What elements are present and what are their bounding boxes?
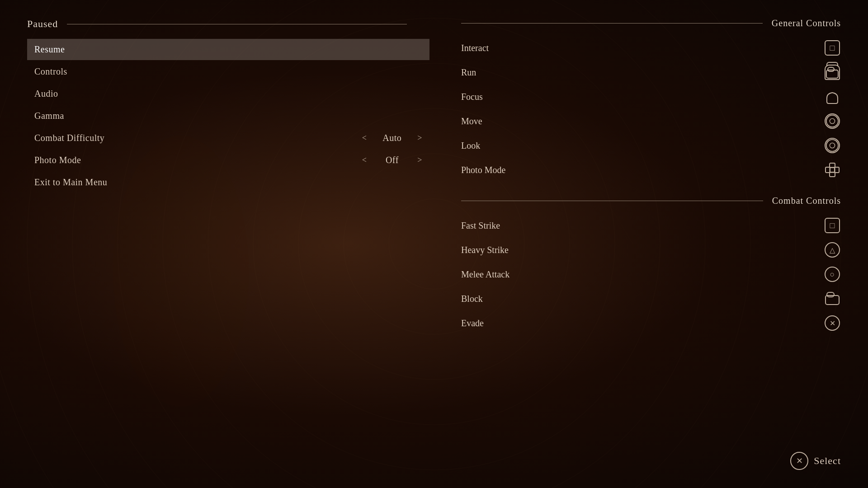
cross-button-icon (824, 314, 841, 332)
section-divider (461, 23, 763, 23)
button-icon (825, 315, 840, 331)
paused-header: Paused (27, 18, 407, 30)
control-label: Melee Attack (461, 269, 824, 280)
general-controls-title: General Controls (772, 18, 841, 28)
bottom-bar: ✕ Select (790, 452, 841, 470)
right-panel: General Controls Interact Run (434, 0, 868, 488)
l1-button-icon (824, 290, 841, 307)
control-item-run: Run (461, 60, 841, 84)
option-controls: < Auto > (362, 133, 422, 143)
control-item-interact: Interact (461, 36, 841, 60)
menu-item-combat-difficulty[interactable]: Combat Difficulty < Auto > (27, 127, 429, 149)
section-divider (461, 201, 763, 201)
menu-item-row: Photo Mode < Off > (34, 155, 422, 165)
control-item-fast-strike: Fast Strike (461, 213, 841, 238)
square-button-icon (824, 217, 841, 234)
option-controls: < Off > (362, 155, 422, 165)
control-label: Block (461, 294, 824, 304)
control-label: Photo Mode (461, 165, 824, 175)
l2-button-icon (824, 88, 841, 105)
control-item-block: Block (461, 286, 841, 311)
menu-item-label: Combat Difficulty (34, 133, 362, 143)
button-icon (825, 267, 840, 282)
triangle-button-icon (824, 241, 841, 258)
control-label: Fast Strike (461, 221, 824, 231)
header-divider (67, 24, 407, 24)
svg-rect-12 (828, 67, 834, 71)
button-icon (825, 65, 840, 80)
menu-item-label: Gamma (34, 111, 422, 121)
square-button-icon (824, 39, 841, 56)
control-label: Look (461, 141, 824, 151)
select-label: Select (814, 455, 841, 467)
arrow-left[interactable]: < (362, 155, 367, 165)
left-panel: Paused Resume Controls Audio (0, 0, 434, 488)
menu-item-row: Gamma (34, 111, 422, 121)
combat-controls-header: Combat Controls (461, 196, 841, 206)
combat-controls-title: Combat Controls (772, 196, 841, 206)
main-content: Paused Resume Controls Audio (0, 0, 868, 488)
ls-button-icon (824, 113, 841, 130)
control-item-focus: Focus (461, 84, 841, 109)
rs-button-icon (824, 137, 841, 154)
control-label: Move (461, 116, 824, 127)
option-value: Off (374, 155, 410, 165)
dpad-icon (824, 161, 841, 178)
control-item-move: Move (461, 109, 841, 133)
arrow-right[interactable]: > (417, 133, 422, 143)
menu-item-label: Photo Mode (34, 155, 362, 165)
circle-button-icon (824, 266, 841, 283)
menu-item-label: Exit to Main Menu (34, 177, 422, 188)
arrow-left[interactable]: < (362, 133, 367, 143)
select-cross-icon: ✕ (790, 452, 808, 470)
button-icon (825, 40, 840, 56)
menu-item-row: Controls (34, 66, 422, 77)
arrow-right[interactable]: > (417, 155, 422, 165)
cross-symbol: ✕ (796, 456, 803, 466)
menu-item-gamma[interactable]: Gamma (27, 105, 429, 127)
menu-item-label: Audio (34, 89, 422, 99)
l1-button-icon (824, 64, 841, 81)
button-icon (825, 89, 840, 104)
menu-list: Resume Controls Audio Gamma (27, 39, 429, 193)
menu-item-row: Resume (34, 44, 422, 55)
control-label: Focus (461, 92, 824, 102)
button-icon (825, 113, 840, 129)
control-label: Evade (461, 318, 824, 328)
button-icon (825, 218, 840, 233)
general-controls-list: Interact Run Focu (461, 36, 841, 182)
button-icon (825, 138, 840, 153)
control-item-look: Look (461, 133, 841, 158)
svg-point-13 (826, 115, 838, 127)
combat-controls-list: Fast Strike Heavy Strike Melee Attack (461, 213, 841, 335)
control-item-heavy-strike: Heavy Strike (461, 238, 841, 262)
menu-item-label: Resume (34, 44, 422, 55)
control-item-evade: Evade (461, 311, 841, 335)
svg-rect-23 (827, 292, 834, 297)
menu-item-photo-mode[interactable]: Photo Mode < Off > (27, 150, 429, 171)
svg-point-14 (830, 118, 835, 123)
control-item-photo-mode: Photo Mode (461, 158, 841, 182)
control-label: Interact (461, 43, 824, 53)
control-label: Run (461, 67, 824, 78)
control-label: Heavy Strike (461, 245, 824, 255)
control-item-melee-attack: Melee Attack (461, 262, 841, 286)
menu-item-audio[interactable]: Audio (27, 83, 429, 104)
menu-item-label: Controls (34, 66, 422, 77)
menu-item-exit[interactable]: Exit to Main Menu (27, 172, 429, 193)
paused-title: Paused (27, 18, 58, 30)
option-value: Auto (374, 133, 410, 143)
menu-item-resume[interactable]: Resume (27, 39, 429, 60)
menu-item-row: Combat Difficulty < Auto > (34, 133, 422, 143)
svg-point-16 (830, 143, 835, 148)
button-icon (825, 242, 840, 258)
menu-item-controls[interactable]: Controls (27, 61, 429, 82)
menu-item-row: Exit to Main Menu (34, 177, 422, 188)
svg-point-15 (826, 140, 838, 151)
menu-item-row: Audio (34, 89, 422, 99)
general-controls-header: General Controls (461, 18, 841, 28)
